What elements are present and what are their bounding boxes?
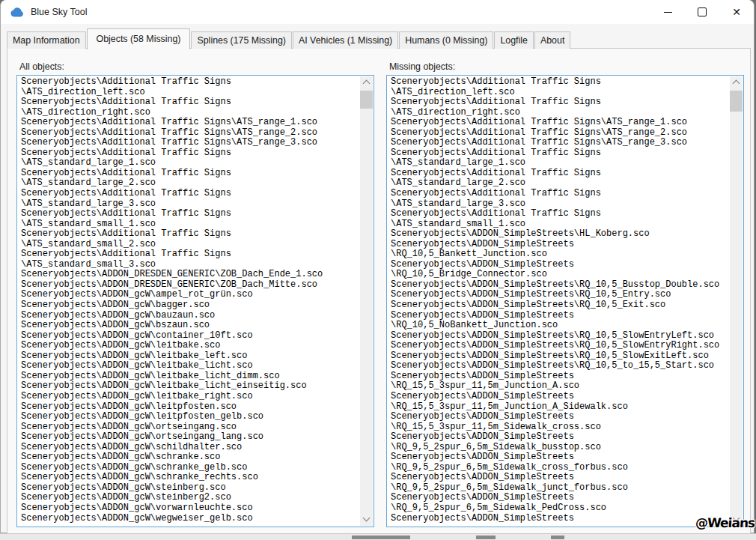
list-line[interactable]: Sceneryobjects\ADDON_gcW\leitpfosten.sco	[21, 402, 359, 413]
tab[interactable]: Splines (175 Missing)	[191, 31, 291, 49]
list-line[interactable]: Sceneryobjects\Additional Traffic Signs	[391, 148, 729, 159]
list-line[interactable]: \RQ_10,5_Bankett_Junction.sco	[391, 249, 729, 260]
list-line[interactable]: Sceneryobjects\Additional Traffic Signs\…	[391, 128, 729, 139]
list-line[interactable]: Sceneryobjects\ADDON_SimpleStreets\RQ_10…	[391, 351, 729, 362]
list-line[interactable]: Sceneryobjects\Additional Traffic Signs	[391, 169, 729, 179]
list-line[interactable]: \ATS_standard_large_1.sco	[391, 158, 729, 169]
list-line[interactable]: Sceneryobjects\Additional Traffic Signs\…	[391, 118, 729, 128]
list-line[interactable]: Sceneryobjects\ADDON_SimpleStreets\RQ_10…	[391, 290, 729, 300]
list-line[interactable]: \RQ_15,5_3spur_11,5m_Sidewalk_cross.sco	[391, 422, 729, 433]
list-line[interactable]: \RQ_10,5_NoBankett_Junction.sco	[391, 321, 729, 331]
scroll-down-button[interactable]	[360, 513, 373, 526]
list-line[interactable]: Sceneryobjects\Additional Traffic Signs	[21, 249, 359, 260]
tab[interactable]: Logfile	[494, 31, 534, 49]
list-line[interactable]: Sceneryobjects\Additional Traffic Signs	[391, 209, 729, 219]
list-line[interactable]: Sceneryobjects\ADDON_SimpleStreets\RQ_10…	[391, 280, 729, 291]
list-line[interactable]: Sceneryobjects\ADDON_SimpleStreets	[391, 432, 729, 443]
tab[interactable]: About	[534, 31, 570, 49]
list-line[interactable]: Sceneryobjects\Additional Traffic Signs	[391, 189, 729, 199]
list-line[interactable]: Sceneryobjects\ADDON_gcW\schranke_rechts…	[21, 473, 359, 483]
list-line[interactable]: Sceneryobjects\Additional Traffic Signs	[21, 97, 359, 108]
list-line[interactable]: Sceneryobjects\ADDON_gcW\steinberg2.sco	[21, 493, 359, 503]
list-line[interactable]: Sceneryobjects\ADDON_gcW\leitbake_licht_…	[21, 381, 359, 392]
list-line[interactable]: \RQ_9,5_2spur_6,5m_Sidewalk_cross_forbus…	[391, 463, 729, 473]
list-line[interactable]: \ATS_standard_small_3.sco	[21, 260, 359, 270]
list-line[interactable]: \ATS_standard_large_3.sco	[391, 199, 729, 210]
tab[interactable]: Map Information	[7, 31, 86, 49]
list-line[interactable]: Sceneryobjects\ADDON_SimpleStreets	[391, 473, 729, 483]
list-line[interactable]: Sceneryobjects\Additional Traffic Signs	[21, 189, 359, 199]
list-line[interactable]: Sceneryobjects\ADDON_gcW\ortseingang.sco	[21, 422, 359, 433]
list-line[interactable]: Sceneryobjects\ADDON_SimpleStreets\RQ_10…	[391, 361, 729, 371]
list-line[interactable]: Sceneryobjects\Additional Traffic Signs	[21, 77, 359, 88]
list-line[interactable]: Sceneryobjects\ADDON_SimpleStreets\RQ_10…	[391, 300, 729, 311]
list-line[interactable]: \ATS_standard_small_1.sco	[21, 219, 359, 230]
list-line[interactable]: \ATS_standard_small_1.sco	[391, 219, 729, 230]
list-line[interactable]: \RQ_9,5_2spur_6,5m_Sidewalk_busstop.sco	[391, 443, 729, 453]
list-line[interactable]: Sceneryobjects\ADDON_gcW\ortseingang_lan…	[21, 432, 359, 443]
all-objects-scrollbar[interactable]	[360, 76, 373, 526]
list-line[interactable]: \ATS_direction_right.sco	[391, 108, 729, 118]
list-line[interactable]: Sceneryobjects\ADDON_gcW\leitbake_left.s…	[21, 351, 359, 362]
list-line[interactable]: Sceneryobjects\Additional Traffic Signs	[21, 209, 359, 219]
list-line[interactable]: \ATS_standard_large_2.sco	[21, 178, 359, 189]
missing-objects-listbox[interactable]: Sceneryobjects\Additional Traffic Signs\…	[386, 75, 744, 527]
list-line[interactable]: Sceneryobjects\ADDON_gcW\ampel_rot_grün.…	[21, 290, 359, 300]
list-line[interactable]: \ATS_standard_large_1.sco	[21, 158, 359, 169]
list-line[interactable]: Sceneryobjects\ADDON_gcW\container_10ft.…	[21, 331, 359, 342]
list-line[interactable]: Sceneryobjects\ADDON_DRESDEN_GENERIC\ZOB…	[21, 280, 359, 291]
close-button[interactable]: ✕	[719, 0, 754, 24]
list-line[interactable]: \ATS_standard_large_2.sco	[391, 178, 729, 189]
tab[interactable]: Humans (0 Missing)	[399, 31, 493, 49]
scrollbar-thumb[interactable]	[730, 91, 743, 112]
list-line[interactable]: Sceneryobjects\ADDON_SimpleStreets	[391, 240, 729, 250]
list-line[interactable]: \RQ_9,5_2spur_6,5m_Sidewalk_junct_forbus…	[391, 483, 729, 494]
list-line[interactable]: \RQ_9,5_2spur_6,5m_Sidewalk_PedCross.sco	[391, 503, 729, 514]
list-line[interactable]: \RQ_15,5_3spur_11,5m_Junction_A_Sidewalk…	[391, 402, 729, 413]
list-line[interactable]: Sceneryobjects\Additional Traffic Signs\…	[21, 118, 359, 128]
list-line[interactable]: Sceneryobjects\ADDON_gcW\schranke.sco	[21, 452, 359, 463]
list-line[interactable]: Sceneryobjects\Additional Traffic Signs	[391, 97, 729, 108]
list-line[interactable]: \ATS_standard_small_2.sco	[21, 240, 359, 250]
list-line[interactable]: Sceneryobjects\ADDON_gcW\leitbake_licht_…	[21, 371, 359, 382]
list-line[interactable]: Sceneryobjects\Additional Traffic Signs	[391, 77, 729, 88]
tab[interactable]: Objects (58 Missing)	[87, 28, 191, 49]
list-line[interactable]: Sceneryobjects\ADDON_SimpleStreets\RQ_10…	[391, 331, 729, 342]
missing-objects-scrollbar[interactable]	[730, 76, 743, 526]
list-line[interactable]: \ATS_standard_large_3.sco	[21, 199, 359, 210]
scrollbar-thumb[interactable]	[360, 91, 373, 109]
list-line[interactable]: Sceneryobjects\ADDON_gcW\bagger.sco	[21, 300, 359, 311]
list-line[interactable]: Sceneryobjects\Additional Traffic Signs\…	[391, 138, 729, 148]
list-line[interactable]: Sceneryobjects\ADDON_SimpleStreets	[391, 260, 729, 270]
list-line[interactable]: \ATS_direction_left.sco	[391, 88, 729, 98]
list-line[interactable]: Sceneryobjects\Additional Traffic Signs	[21, 169, 359, 179]
list-line[interactable]: Sceneryobjects\ADDON_SimpleStreets\HL_Ko…	[391, 229, 729, 240]
list-line[interactable]: Sceneryobjects\ADDON_gcW\bszaun.sco	[21, 321, 359, 331]
list-line[interactable]: Sceneryobjects\ADDON_DRESDEN_GENERIC\ZOB…	[21, 270, 359, 280]
list-line[interactable]: Sceneryobjects\ADDON_SimpleStreets	[391, 412, 729, 422]
list-line[interactable]: Sceneryobjects\Additional Traffic Signs	[21, 229, 359, 240]
list-line[interactable]: \ATS_direction_left.sco	[21, 88, 359, 98]
list-line[interactable]: Sceneryobjects\ADDON_SimpleStreets\RQ_10…	[391, 341, 729, 351]
list-line[interactable]: Sceneryobjects\ADDON_SimpleStreets	[391, 392, 729, 402]
list-line[interactable]: Sceneryobjects\ADDON_gcW\vorwarnleuchte.…	[21, 503, 359, 514]
list-line[interactable]: Sceneryobjects\ADDON_gcW\schildhalter.sc…	[21, 443, 359, 453]
list-line[interactable]: Sceneryobjects\ADDON_gcW\leitbake.sco	[21, 341, 359, 351]
list-line[interactable]: Sceneryobjects\ADDON_gcW\leitpfosten_gel…	[21, 412, 359, 422]
scroll-up-button[interactable]	[360, 76, 373, 89]
list-line[interactable]: Sceneryobjects\ADDON_gcW\bauzaun.sco	[21, 311, 359, 321]
list-line[interactable]: Sceneryobjects\ADDON_gcW\steinberg.sco	[21, 483, 359, 494]
list-line[interactable]: Sceneryobjects\Additional Traffic Signs	[21, 148, 359, 159]
list-line[interactable]: Sceneryobjects\ADDON_SimpleStreets	[391, 514, 729, 524]
list-line[interactable]: Sceneryobjects\ADDON_SimpleStreets	[391, 311, 729, 321]
list-line[interactable]: Sceneryobjects\ADDON_gcW\leitbake_right.…	[21, 392, 359, 402]
list-line[interactable]: Sceneryobjects\ADDON_gcW\leitbake_licht.…	[21, 361, 359, 371]
list-line[interactable]: Sceneryobjects\ADDON_gcW\wegweiser_gelb.…	[21, 514, 359, 524]
list-line[interactable]: \RQ_10,5_Bridge_Connector.sco	[391, 270, 729, 280]
list-line[interactable]: Sceneryobjects\ADDON_SimpleStreets	[391, 371, 729, 382]
maximize-button[interactable]	[685, 0, 719, 24]
list-line[interactable]: Sceneryobjects\Additional Traffic Signs\…	[21, 128, 359, 139]
tab[interactable]: AI Vehicles (1 Missing)	[293, 31, 398, 49]
list-line[interactable]: Sceneryobjects\ADDON_gcW\schranke_gelb.s…	[21, 463, 359, 473]
all-objects-listbox[interactable]: Sceneryobjects\Additional Traffic Signs\…	[16, 75, 374, 527]
